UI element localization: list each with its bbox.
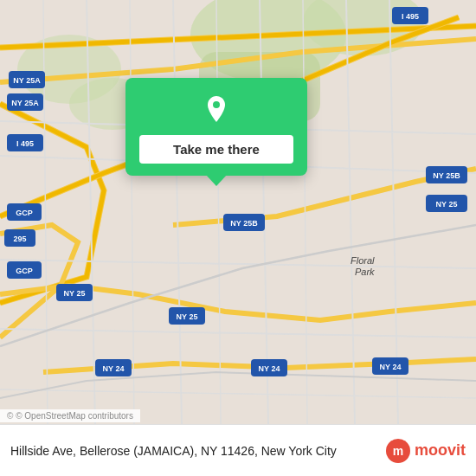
moovit-text: moovit bbox=[415, 441, 466, 460]
svg-text:GCP: GCP bbox=[16, 267, 33, 275]
svg-text:Floral: Floral bbox=[351, 255, 375, 266]
svg-text:NY 24: NY 24 bbox=[380, 363, 402, 371]
svg-text:Park: Park bbox=[355, 267, 375, 277]
svg-text:NY 25B: NY 25B bbox=[433, 171, 460, 180]
svg-text:NY 25: NY 25 bbox=[436, 200, 458, 209]
svg-text:GCP: GCP bbox=[16, 209, 33, 217]
svg-text:295: 295 bbox=[13, 235, 26, 243]
svg-text:NY 24: NY 24 bbox=[103, 364, 125, 373]
map-popup: Take me there bbox=[125, 78, 307, 176]
svg-text:NY 25B: NY 25B bbox=[230, 219, 258, 228]
svg-text:NY 25A: NY 25A bbox=[13, 76, 41, 85]
svg-text:NY 24: NY 24 bbox=[259, 364, 280, 373]
svg-text:NY 25: NY 25 bbox=[64, 289, 86, 298]
svg-text:I 495: I 495 bbox=[16, 139, 34, 148]
map-container: I 495 NY 25A NY 25A I 495 GCP 295 GCP GC… bbox=[0, 0, 476, 424]
bottom-bar: Hillside Ave, Bellerose (JAMAICA), NY 11… bbox=[0, 424, 476, 476]
copyright-symbol: © bbox=[7, 411, 13, 421]
svg-text:NY 25: NY 25 bbox=[177, 312, 198, 321]
take-me-there-button[interactable]: Take me there bbox=[139, 135, 293, 164]
moovit-dot-icon: m bbox=[386, 439, 410, 463]
svg-text:I 495: I 495 bbox=[402, 12, 419, 21]
location-pin-icon bbox=[200, 93, 233, 126]
map-attribution: © © OpenStreetMap contributors bbox=[0, 409, 140, 422]
svg-text:NY 25A: NY 25A bbox=[11, 99, 39, 107]
svg-point-40 bbox=[213, 101, 220, 108]
address-label: Hillside Ave, Bellerose (JAMAICA), NY 11… bbox=[10, 444, 386, 458]
moovit-logo: m moovit bbox=[386, 439, 466, 463]
